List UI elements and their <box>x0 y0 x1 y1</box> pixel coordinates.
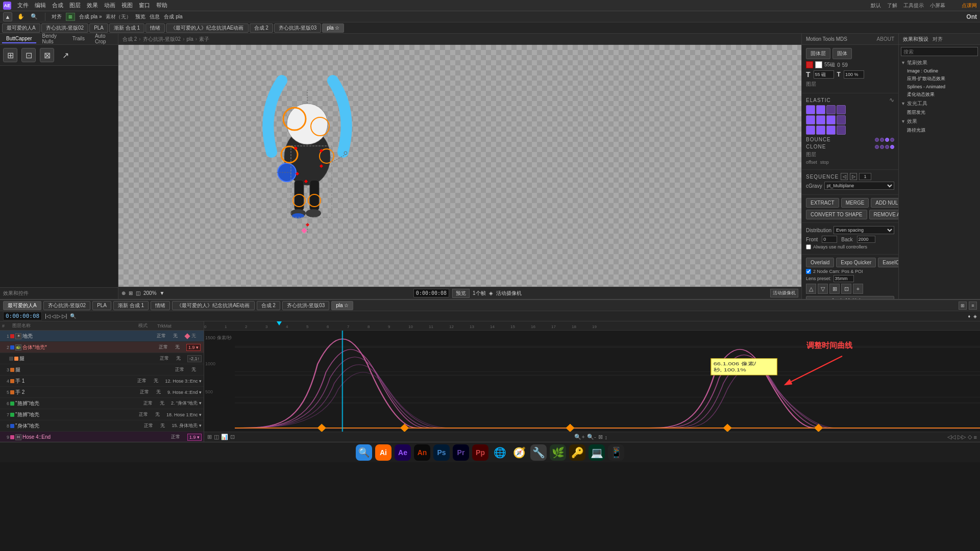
dock-tool-4[interactable]: 💻 <box>589 444 605 461</box>
menu-window[interactable]: 窗口 <box>139 2 150 9</box>
comp-tab-6[interactable]: 合成 2 <box>250 23 273 33</box>
layer-row-7[interactable]: 7 "胳膊"地壳 正常 无 18. Hose 1:Enc ▾ <box>0 409 204 420</box>
dock-chrome[interactable]: 🌐 <box>492 444 508 461</box>
cam-icon-5[interactable]: + <box>853 284 863 294</box>
cam-icon-4[interactable]: ⊡ <box>841 284 851 294</box>
gb-6[interactable]: ↕ <box>605 434 608 440</box>
text-input-2[interactable] <box>844 70 864 79</box>
breadcrumb-comp2[interactable]: 合成 2 <box>122 36 137 43</box>
clone-dot-4[interactable] <box>890 145 894 149</box>
tl-btn-2[interactable]: ≡ <box>969 302 977 310</box>
effects-section-toggle[interactable]: ▼ 效果 <box>901 117 978 126</box>
menu-edit[interactable]: 编辑 <box>35 2 46 9</box>
tl-btn-1[interactable]: ⊞ <box>959 302 967 310</box>
activate-camera[interactable]: 活动摄像机 <box>770 289 798 297</box>
comp-tab-7[interactable]: 齐心抗洪-竖版03 <box>274 23 321 33</box>
bounce-dot-3[interactable] <box>885 138 889 142</box>
gb-4[interactable]: ⊡ <box>230 434 235 440</box>
merge-btn[interactable]: MERGE <box>841 198 869 208</box>
bounce-dot-4[interactable] <box>890 138 894 142</box>
tool-hand[interactable]: ✋ <box>16 12 26 21</box>
effect-item-1[interactable]: Image : Outline <box>907 67 978 74</box>
tl-control-2[interactable]: ◈ <box>973 314 977 319</box>
color-swatch-white[interactable] <box>815 61 822 68</box>
gravy-select[interactable]: pt_Multiplane <box>824 182 894 190</box>
eg-8[interactable] <box>837 115 846 124</box>
glow-section-toggle[interactable]: ▼ 发光工具 <box>901 99 978 108</box>
eg-2[interactable] <box>816 105 825 114</box>
tool-icon-1[interactable]: ⊞ <box>3 48 17 62</box>
search-layers-btn[interactable]: 🔍 <box>70 313 76 319</box>
breadcrumb-comp[interactable]: 齐心抗洪-竖版02 <box>143 36 181 43</box>
effect-item-5[interactable]: 图层发光 <box>907 108 978 117</box>
convert-shape-btn[interactable]: CONVERT TO SHAPE <box>806 210 867 219</box>
ext-tab-autocrop[interactable]: Auto Crop <box>91 32 116 46</box>
gb-5[interactable]: ⊠ <box>598 434 603 440</box>
preview-button[interactable]: 预览 <box>452 289 470 298</box>
cam-icon-1[interactable]: △ <box>806 284 816 294</box>
layer-row-sub-3[interactable]: 腿 正常 无 -2,1↑ <box>0 353 204 364</box>
dock-pp[interactable]: Pp <box>472 444 488 461</box>
dock-tool-2[interactable]: 🌿 <box>550 444 566 461</box>
layer-row-6[interactable]: 6 "胳膊"地壳 正常 无 2. "身体"地壳 ▾ <box>0 398 204 409</box>
menu-help[interactable]: 帮助 <box>156 2 167 9</box>
play-end-btn[interactable]: ▷| <box>62 313 67 319</box>
menu-view[interactable]: 视图 <box>121 2 133 9</box>
comp-tab-5[interactable]: 《最可爱的人》纪念抗洪AE动画 <box>166 23 248 33</box>
timeline-tab-3[interactable]: 渐新 合成 1 <box>113 301 149 310</box>
timeline-tab-1[interactable]: 齐心抗洪-竖版02 <box>43 301 90 310</box>
timeline-tab-4[interactable]: 情绪 <box>151 301 170 310</box>
comp-tab-1[interactable]: 齐心抗洪-竖版02 <box>41 23 88 33</box>
timeline-tab-8[interactable]: pla ☆ <box>331 301 353 310</box>
gb-9[interactable]: ◇ <box>968 434 972 440</box>
seq-icon-1[interactable]: ◁ <box>841 173 848 180</box>
eg-11[interactable] <box>826 126 836 135</box>
eg-10[interactable] <box>816 126 825 135</box>
effect-item-2[interactable]: 应用-扩散动态效果 <box>907 74 978 83</box>
menu-layer[interactable]: 图层 <box>69 2 81 9</box>
align-options[interactable]: ⊞ <box>66 13 75 21</box>
eg-7[interactable] <box>826 115 836 124</box>
eg-1[interactable] <box>806 105 815 114</box>
layer-row-4[interactable]: 4 手 1 正常 无 12. Hose 3::Enc ▾ <box>0 375 204 387</box>
dock-premiere[interactable]: Pr <box>453 444 469 461</box>
about-label[interactable]: ABOUT <box>877 36 894 42</box>
comp-tab-4[interactable]: 情绪 <box>145 23 165 33</box>
eg-9[interactable] <box>806 126 815 135</box>
effect-item-6[interactable]: 路径光源 <box>907 126 978 135</box>
eg-6[interactable] <box>816 115 825 124</box>
easie-btn[interactable]: EaseIC <box>878 258 898 267</box>
dock-illustrator[interactable]: Ai <box>375 444 391 461</box>
dock-tool-1[interactable]: 🔧 <box>530 444 547 461</box>
eg-12[interactable] <box>837 126 846 135</box>
front-input[interactable] <box>822 236 837 243</box>
menu-file[interactable]: 文件 <box>17 2 29 9</box>
text-input-1[interactable] <box>814 70 834 79</box>
graph-area[interactable]: 0 1 2 3 4 5 6 7 8 9 10 11 12 13 14 15 16 <box>204 321 980 442</box>
timeline-tab-0[interactable]: 最可爱的人A <box>3 301 41 310</box>
tool-icon-3[interactable]: ⊠ <box>40 48 54 62</box>
gb-8[interactable]: ▷▷ <box>958 434 966 440</box>
timeline-tab-2[interactable]: PLA <box>92 301 111 310</box>
zoom-menu[interactable]: ▼ <box>160 290 165 296</box>
gb-2[interactable]: ◫ <box>214 434 219 440</box>
effects-search[interactable] <box>901 47 978 56</box>
timeline-tab-7[interactable]: 齐心抗洪-竖版03 <box>282 301 329 310</box>
dock-tool-3[interactable]: 🔑 <box>569 444 585 461</box>
clone-dot-2[interactable] <box>880 145 884 149</box>
layer-row-2[interactable]: 2 🐢 合体*地壳* 正常 无 1.9 ▾ <box>0 342 204 353</box>
breadcrumb-pla[interactable]: pla <box>186 36 193 42</box>
eg-5[interactable] <box>806 115 815 124</box>
gb-10[interactable]: ≡ <box>974 434 977 440</box>
tool-select[interactable]: ▲ <box>3 12 12 21</box>
tool-zoom[interactable]: 🔍 <box>30 12 39 21</box>
comp-tab-0[interactable]: 最可爱的人A <box>2 23 40 33</box>
breadcrumb-suzi[interactable]: 素子 <box>199 36 209 43</box>
effect-item-4[interactable]: 柔化动态效果 <box>907 90 978 99</box>
tl-control-1[interactable]: ♦ <box>968 314 970 319</box>
ext-tab-trails[interactable]: Trails <box>68 35 89 43</box>
ext-tab-buttcapper[interactable]: ButtCapper <box>2 35 36 43</box>
color-swatch-red[interactable] <box>806 61 813 68</box>
solid-layer-btn[interactable]: 固体层 <box>806 48 830 59</box>
ext-tab-bendy[interactable]: Bendy Nulls <box>38 32 66 46</box>
